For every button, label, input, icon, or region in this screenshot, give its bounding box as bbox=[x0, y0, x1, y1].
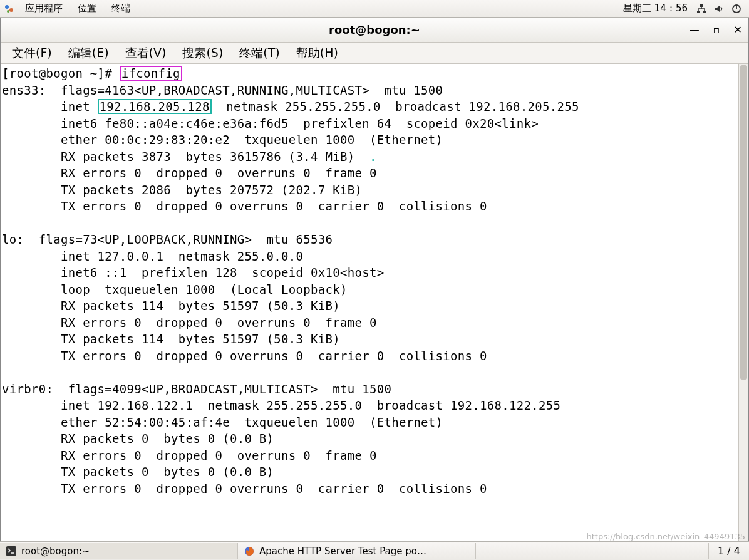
bottom-taskbar: root@bogon:~ Apache HTTP Server Test Pag… bbox=[0, 541, 749, 560]
taskbar-task-label: Apache HTTP Server Test Page po… bbox=[259, 546, 426, 557]
taskbar-task-firefox[interactable]: Apache HTTP Server Test Page po… bbox=[238, 543, 476, 559]
term-line: inet 127.0.0.1 netmask 255.0.0.0 bbox=[2, 249, 303, 263]
term-line: ether 00:0c:29:83:20:e2 txqueuelen 1000 … bbox=[2, 133, 443, 147]
term-line: RX errors 0 dropped 0 overruns 0 frame 0 bbox=[2, 166, 377, 180]
term-line: RX packets 114 bytes 51597 (50.3 KiB) bbox=[2, 299, 340, 313]
window-title: root@bogon:~ bbox=[329, 23, 420, 36]
top-panel: 应用程序 位置 终端 星期三 14：56 bbox=[0, 0, 749, 18]
firefox-icon bbox=[244, 546, 254, 556]
term-line: inet 192.168.122.1 netmask 255.255.255.0… bbox=[2, 398, 560, 412]
menu-edit[interactable]: 编辑(E) bbox=[61, 44, 116, 63]
term-line: TX packets 0 bytes 0 (0.0 B) bbox=[2, 465, 274, 479]
panel-applications[interactable]: 应用程序 bbox=[18, 3, 70, 14]
term-line: netmask 255.255.255.0 broadcast 192.168.… bbox=[212, 100, 579, 113]
prompt: [root@bogon ~]# bbox=[2, 66, 120, 80]
term-line: inet6 fe80::a04e:c46e:e36a:f6d5 prefixle… bbox=[2, 117, 539, 130]
term-line: ether 52:54:00:45:af:4e txqueuelen 1000 … bbox=[2, 415, 443, 429]
panel-clock[interactable]: 星期三 14：56 bbox=[618, 3, 693, 14]
menubar: 文件(F) 编辑(E) 查看(V) 搜索(S) 终端(T) 帮助(H) bbox=[1, 43, 748, 64]
term-line: RX packets 3873 bytes 3615786 (3.4 MiB) bbox=[2, 150, 369, 163]
svg-point-1 bbox=[9, 8, 13, 12]
menu-terminal[interactable]: 终端(T) bbox=[232, 44, 287, 63]
svg-point-0 bbox=[5, 5, 9, 9]
highlight-ip: 192.168.205.128 bbox=[98, 99, 212, 114]
highlight-command: ifconfig bbox=[120, 66, 182, 81]
term-line: TX packets 2086 bytes 207572 (202.7 KiB) bbox=[2, 183, 362, 197]
term-line: virbr0: flags=4099<UP,BROADCAST,MULTICAS… bbox=[2, 382, 391, 396]
maximize-button[interactable]: ▫ bbox=[713, 24, 720, 36]
svg-point-2 bbox=[7, 10, 9, 13]
menu-view[interactable]: 查看(V) bbox=[118, 44, 174, 63]
scrollbar[interactable] bbox=[738, 64, 748, 541]
terminal-window: root@bogon:~ — ▫ ✕ 文件(F) 编辑(E) 查看(V) 搜索(… bbox=[0, 18, 749, 541]
menu-search[interactable]: 搜索(S) bbox=[175, 44, 230, 63]
svg-rect-5 bbox=[703, 11, 706, 13]
power-icon[interactable] bbox=[731, 4, 741, 14]
svg-rect-8 bbox=[6, 546, 16, 556]
terminal-icon bbox=[6, 546, 16, 556]
window-titlebar[interactable]: root@bogon:~ — ▫ ✕ bbox=[1, 18, 748, 43]
menu-help[interactable]: 帮助(H) bbox=[289, 44, 346, 63]
dot-marker: . bbox=[369, 150, 377, 163]
term-line: ens33: flags=4163<UP,BROADCAST,RUNNING,M… bbox=[2, 83, 443, 97]
term-line: inet bbox=[2, 100, 98, 113]
minimize-button[interactable]: — bbox=[690, 24, 700, 36]
term-line: loop txqueuelen 1000 (Local Loopback) bbox=[2, 283, 348, 296]
svg-rect-3 bbox=[700, 4, 703, 7]
window-controls: — ▫ ✕ bbox=[690, 18, 742, 42]
term-line: lo: flags=73<UP,LOOPBACK,RUNNING> mtu 65… bbox=[2, 232, 333, 246]
footprint-icon bbox=[4, 3, 15, 14]
menu-file[interactable]: 文件(F) bbox=[4, 44, 59, 63]
svg-rect-4 bbox=[697, 11, 700, 13]
close-button[interactable]: ✕ bbox=[734, 24, 742, 36]
terminal-area: [root@bogon ~]# ifconfig ens33: flags=41… bbox=[1, 64, 748, 541]
workspace-indicator[interactable]: 1 / 4 bbox=[708, 543, 749, 559]
panel-terminal[interactable]: 终端 bbox=[104, 3, 138, 14]
taskbar-task-label: root@bogon:~ bbox=[21, 546, 90, 557]
term-line: inet6 ::1 prefixlen 128 scopeid 0x10<hos… bbox=[2, 266, 384, 279]
terminal-output[interactable]: [root@bogon ~]# ifconfig ens33: flags=41… bbox=[1, 64, 738, 541]
panel-places[interactable]: 位置 bbox=[70, 3, 104, 14]
term-line: TX packets 114 bytes 51597 (50.3 KiB) bbox=[2, 332, 340, 346]
term-line: RX errors 0 dropped 0 overruns 0 frame 0 bbox=[2, 449, 377, 462]
scrollbar-thumb[interactable] bbox=[740, 65, 747, 380]
term-line: TX errors 0 dropped 0 overruns 0 carrier… bbox=[2, 199, 487, 213]
term-line: TX errors 0 dropped 0 overruns 0 carrier… bbox=[2, 482, 487, 495]
taskbar-task-terminal[interactable]: root@bogon:~ bbox=[0, 543, 238, 559]
network-icon[interactable] bbox=[696, 4, 706, 14]
volume-icon[interactable] bbox=[714, 4, 724, 14]
term-line: RX errors 0 dropped 0 overruns 0 frame 0 bbox=[2, 316, 377, 329]
term-line: TX errors 0 dropped 0 overruns 0 carrier… bbox=[2, 349, 487, 363]
term-line: RX packets 0 bytes 0 (0.0 B) bbox=[2, 432, 274, 445]
